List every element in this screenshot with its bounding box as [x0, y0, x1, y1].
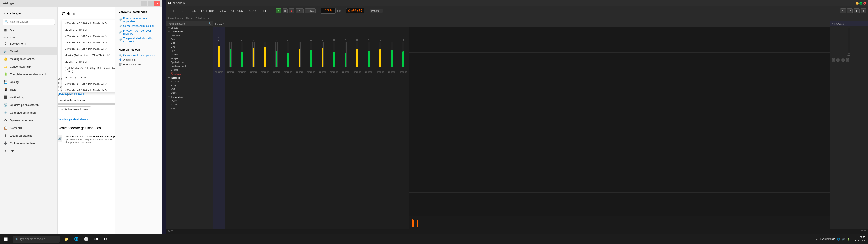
- dropdown-item-9[interactable]: VBMatrix In 2 (VB-Audio Matrix VAIO): [62, 81, 115, 87]
- transport-record[interactable]: ●: [289, 8, 294, 13]
- dropdown-item-6[interactable]: MULTI A (2- TR-8S): [62, 59, 115, 65]
- fl-btn-snap[interactable]: ⋮: [854, 8, 860, 13]
- bpm-display[interactable]: 130: [321, 8, 336, 14]
- settings-close[interactable]: ✕: [154, 1, 160, 5]
- taskbar-icon-store[interactable]: 🛍: [92, 235, 100, 243]
- mixer-strip-5[interactable]: 5: [271, 27, 282, 229]
- fader-knob-0[interactable]: [217, 69, 221, 69]
- knob-5-0[interactable]: [273, 71, 275, 73]
- knob-4[interactable]: [846, 58, 849, 62]
- taskbar-icon-explorer[interactable]: 📁: [62, 235, 71, 243]
- dropdown-item-5[interactable]: Monitor (Traktor Kontrol Z2 WDM Audio): [62, 52, 115, 59]
- fader-knob-15[interactable]: [390, 69, 394, 69]
- menu-help[interactable]: HELP: [260, 8, 270, 13]
- mixer-strip-11[interactable]: 11: [340, 27, 351, 229]
- knob-3-2[interactable]: [255, 71, 257, 73]
- pattern-display[interactable]: Pattern 1: [370, 9, 382, 13]
- tree-item-patches[interactable]: Patches: [166, 53, 213, 57]
- knob-4-1[interactable]: [264, 71, 266, 73]
- knob-0-2[interactable]: [220, 71, 223, 73]
- menu-file[interactable]: FILE: [168, 8, 176, 13]
- knob-8-0[interactable]: [307, 71, 310, 73]
- knob-14-1[interactable]: [379, 71, 381, 73]
- sidebar-item-projector[interactable]: 📡 Op deze pc projecteren: [0, 101, 57, 109]
- knob-9-1[interactable]: [321, 71, 324, 73]
- tree-item-inst-vst[interactable]: VST: [166, 88, 213, 91]
- related-toegankelijkheid[interactable]: 🔗 Toegankelijkheidsinstelling voor audio: [119, 36, 159, 44]
- knob-13-0[interactable]: [365, 71, 367, 73]
- knob-4-0[interactable]: [261, 71, 264, 73]
- knob-6-1[interactable]: [287, 71, 289, 73]
- mixer-strip-0[interactable]: Master: [213, 27, 225, 229]
- knob-16-1[interactable]: [402, 71, 404, 73]
- knob-15-0[interactable]: [388, 71, 390, 73]
- knob-10-1[interactable]: [333, 71, 335, 73]
- knob-8-1[interactable]: [310, 71, 312, 73]
- tree-item-sampler[interactable]: Sampler: [166, 57, 213, 60]
- fader-knob-10[interactable]: [332, 69, 336, 69]
- fl-minimize[interactable]: —: [856, 2, 859, 5]
- fader-knob-1[interactable]: [228, 69, 232, 69]
- dropdown-item-2[interactable]: VBMatrix In 5 (VB-Audio Matrix VAIO): [62, 33, 115, 39]
- fader-knob-2[interactable]: [240, 69, 244, 69]
- knob-12-2[interactable]: [359, 71, 361, 73]
- sidebar-item-optionele[interactable]: ➕ Optionele onderdelen: [0, 139, 57, 147]
- fader-knob-4[interactable]: [263, 69, 267, 69]
- knob-10-2[interactable]: [336, 71, 338, 73]
- tray-sound[interactable]: 🔊: [842, 238, 845, 241]
- knob-5-2[interactable]: [278, 71, 280, 73]
- knob-13-1[interactable]: [368, 71, 370, 73]
- menu-edit[interactable]: EDIT: [179, 8, 187, 13]
- mixer-strip-9[interactable]: 9: [317, 27, 328, 229]
- tree-item-inst-vst3[interactable]: VST3: [166, 91, 213, 95]
- fader-knob-14[interactable]: [378, 69, 382, 69]
- knob-3-1[interactable]: [252, 71, 255, 73]
- fl-close[interactable]: ✕: [863, 2, 866, 5]
- taskbar-search[interactable]: 🔍 Typ hier om te zoeken: [13, 236, 60, 243]
- menu-add[interactable]: ADD: [190, 8, 197, 13]
- transport-play[interactable]: ▶: [276, 8, 281, 13]
- sidebar-item-tablet[interactable]: 📱 Tablet: [0, 86, 57, 93]
- knob-3-0[interactable]: [250, 71, 252, 73]
- mixer-strip-4[interactable]: 4: [259, 27, 271, 229]
- fl-btn-redo[interactable]: ↪: [847, 8, 852, 13]
- fader-knob-3[interactable]: [252, 69, 255, 69]
- sidebar-item-systeemonderdelen[interactable]: ⚙ Systeemonderdelen: [0, 116, 57, 124]
- knob-3[interactable]: [841, 58, 845, 62]
- troubleshoot-button[interactable]: ⚠ Problemen oplossen: [58, 106, 91, 112]
- knob-15-1[interactable]: [391, 71, 393, 73]
- knob-13-2[interactable]: [370, 71, 372, 73]
- sidebar-item-geluid[interactable]: 🔊 Geluid: [0, 47, 57, 55]
- tree-item-misc[interactable]: Misc: [166, 45, 213, 49]
- sidebar-item-start[interactable]: ⊞ Start: [0, 27, 57, 34]
- master-fader[interactable]: VOL: [832, 28, 866, 57]
- settings-search-box[interactable]: 🔍: [3, 19, 55, 25]
- mixer-strip-3[interactable]: 3: [248, 27, 259, 229]
- sidebar-item-energie[interactable]: 🔋 Energiebeheer en slaapstand: [0, 70, 57, 78]
- transport-pat[interactable]: PAT: [296, 8, 304, 13]
- knob-0-0[interactable]: [215, 71, 217, 73]
- sidebar-item-concentratie[interactable]: 🌙 Concentratiehulp: [0, 63, 57, 70]
- tree-item-inst-effects[interactable]: ▶ Effects: [166, 80, 213, 83]
- dropdown-item-8[interactable]: MULTI C (2- TR-8S): [62, 74, 115, 81]
- knob-5-1[interactable]: [276, 71, 278, 73]
- knob-1[interactable]: [832, 58, 835, 62]
- tree-item-delete[interactable]: 🚫 (delete): [166, 72, 213, 76]
- tree-item-midi[interactable]: MIDI: [166, 41, 213, 45]
- knob-14-0[interactable]: [376, 71, 379, 73]
- settings-search-input[interactable]: [9, 20, 53, 23]
- tree-item-gen-vst1[interactable]: VST1: [166, 107, 213, 110]
- mixer-strip-8[interactable]: 8: [305, 27, 317, 229]
- fader-knob-7[interactable]: [298, 69, 302, 69]
- knob-10-0[interactable]: [331, 71, 333, 73]
- device-properties-link[interactable]: Apparaateigenschappen: [58, 92, 85, 95]
- mixer-strip-13[interactable]: 13: [363, 27, 374, 229]
- tree-item-synth-special[interactable]: Synth speciaal: [166, 64, 213, 68]
- fl-btn-zoom[interactable]: ⊕: [861, 8, 866, 13]
- knob-2[interactable]: [836, 58, 840, 62]
- sidebar-item-klembord[interactable]: 📋 Klembord: [0, 124, 57, 132]
- knob-11-2[interactable]: [347, 71, 349, 73]
- manage-devices-link[interactable]: Geluidsapparaten beheren: [58, 118, 88, 121]
- dropdown-item-10[interactable]: VBMatrix In 4 (VB-Audio Matrix VAIO): [62, 87, 115, 93]
- mixer-strip-15[interactable]: 15: [386, 27, 397, 229]
